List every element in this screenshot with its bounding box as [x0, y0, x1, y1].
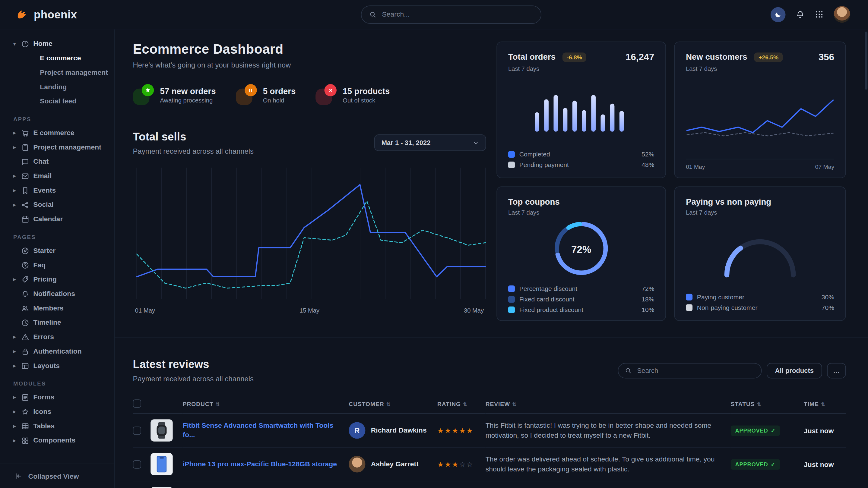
sidebar-subitem-landing[interactable]: Landing	[0, 79, 114, 94]
page-title: Ecommerce Dashboard	[133, 42, 486, 57]
sidebar-item-social[interactable]: ▸Social	[0, 197, 114, 212]
bookmark-icon	[21, 186, 33, 195]
sidebar-item-events[interactable]: ▸Events	[0, 183, 114, 198]
caret-right-icon: ▸	[13, 144, 21, 150]
collapse-view-button[interactable]: Collapsed View	[0, 464, 114, 488]
new-customers-value: 356	[818, 52, 834, 63]
sidebar-item-label: Social	[33, 201, 54, 208]
legend-row: Pending payment48%	[508, 159, 654, 170]
search-icon	[625, 367, 631, 374]
sidebar-item-timeline[interactable]: Timeline	[0, 315, 114, 330]
sidebar-item-chat[interactable]: Chat	[0, 154, 114, 169]
customer-cell[interactable]: RRichard Dawkins	[349, 422, 437, 438]
row-checkbox[interactable]	[133, 460, 142, 468]
top-coupons-legend: Percentage discount72%Fixed card discoun…	[508, 283, 654, 315]
sidebar-item-e-commerce[interactable]: ▸E commerce	[0, 126, 114, 140]
column-header-time[interactable]: TIME⇅	[804, 395, 846, 414]
card-top-coupons: Top coupons Last 7 days 72% Percentage d…	[496, 187, 666, 321]
product-thumbnail[interactable]	[151, 453, 173, 475]
legend-row: Non-paying customer70%	[686, 302, 834, 313]
stat-caption: Awating processing	[160, 96, 216, 103]
column-header-customer[interactable]: CUSTOMER⇅	[349, 395, 437, 414]
legend-swatch	[508, 306, 515, 313]
bell-icon	[21, 290, 33, 298]
sidebar-section-label: APPS	[13, 116, 114, 122]
sidebar-item-tables[interactable]: ▸Tables	[0, 419, 114, 433]
legend-swatch	[686, 294, 692, 300]
table-icon	[21, 422, 33, 430]
total-orders-svg	[533, 86, 629, 135]
legend-label: Completed	[519, 151, 550, 157]
table-header-row: PRODUCT⇅CUSTOMER⇅RATING⇅REVIEW⇅STATUS⇅TI…	[133, 395, 846, 414]
sidebar-item-home[interactable]: ▾Home	[0, 36, 114, 51]
column-header-review[interactable]: REVIEW⇅	[486, 395, 731, 414]
legend-label: Fixed product discount	[519, 306, 583, 313]
card-period: Last 7 days	[508, 209, 654, 216]
sidebar-item-members[interactable]: Members	[0, 301, 114, 315]
sidebar-subitem-project-management[interactable]: Project management	[0, 65, 114, 80]
form-icon	[21, 393, 33, 401]
scrollbar-thumb[interactable]	[865, 32, 867, 90]
reviews-title: Latest reviews	[133, 358, 254, 371]
brand[interactable]: phoenix	[16, 8, 77, 21]
stat-57-new-orders: 57 new ordersAwating processing	[133, 84, 216, 105]
product-link[interactable]: Fitbit Sense Advanced Smartwatch with To…	[183, 421, 349, 440]
column-header-status[interactable]: STATUS⇅	[731, 395, 804, 414]
sidebar-item-layouts[interactable]: ▸Layouts	[0, 358, 114, 373]
global-search-input[interactable]	[381, 10, 533, 19]
legend-row: Completed52%	[508, 149, 654, 159]
stat-value: 57 new orders	[160, 86, 216, 95]
sidebar-item-components[interactable]: ▸Components	[0, 433, 114, 448]
sidebar-subitem-e-commerce[interactable]: E commerce	[0, 51, 114, 65]
product-link[interactable]: iPhone 13 pro max-Pacific Blue-128GB sto…	[183, 459, 349, 469]
select-all-checkbox[interactable]	[133, 399, 142, 408]
sidebar-item-label: Project management	[33, 143, 101, 151]
sidebar-item-label: Errors	[33, 333, 54, 341]
cart-icon	[21, 129, 33, 137]
sidebar-subitem-social-feed[interactable]: Social feed	[0, 94, 114, 108]
status-badge: APPROVED ✓	[731, 425, 780, 436]
donut-center-label: 72%	[571, 244, 591, 256]
theme-toggle-button[interactable]	[771, 7, 786, 22]
sidebar-item-pricing[interactable]: ▸Pricing	[0, 272, 114, 287]
product-thumbnail[interactable]	[151, 419, 173, 441]
sidebar-item-faq[interactable]: Faq	[0, 258, 114, 272]
sidebar-item-starter[interactable]: Starter	[0, 243, 114, 258]
sidebar-item-label: Timeline	[33, 319, 61, 326]
customer-avatar	[349, 456, 365, 472]
sort-icon: ⇅	[821, 401, 826, 407]
column-header-rating[interactable]: RATING⇅	[437, 395, 486, 414]
sidebar-item-email[interactable]: ▸Email	[0, 169, 114, 183]
sidebar-item-authentication[interactable]: ▸Authentication	[0, 344, 114, 359]
date-range-select[interactable]: Mar 1 - 31, 2022	[374, 134, 486, 151]
customer-cell[interactable]: Ashley Garrett	[349, 456, 437, 472]
page-subtitle: Here's what's going on at your business …	[133, 61, 486, 69]
notifications-button[interactable]	[796, 10, 805, 19]
sidebar-item-notifications[interactable]: Notifications	[0, 287, 114, 301]
all-products-filter-button[interactable]: All products	[767, 363, 822, 378]
sidebar-item-label: Notifications	[33, 290, 75, 298]
global-search[interactable]	[361, 5, 541, 24]
more-options-button[interactable]: …	[827, 363, 846, 378]
x-tick: 07 May	[815, 163, 834, 170]
dashboard-left-column: Ecommerce Dashboard Here's what's going …	[133, 42, 486, 321]
sidebar-item-forms[interactable]: ▸Forms	[0, 390, 114, 404]
sidebar-item-label: Pricing	[33, 275, 57, 283]
sidebar-item-errors[interactable]: ▸Errors	[0, 330, 114, 344]
sidebar-item-project-management[interactable]: ▸Project management	[0, 140, 114, 154]
apps-grid-button[interactable]	[815, 10, 824, 19]
column-header-product[interactable]: PRODUCT⇅	[151, 395, 349, 414]
caret-right-icon: ▸	[13, 334, 21, 340]
layout-icon	[21, 361, 33, 370]
paying-gauge-chart	[686, 218, 834, 289]
reviews-search[interactable]	[618, 363, 762, 378]
user-avatar[interactable]	[834, 6, 850, 23]
sidebar-item-calendar[interactable]: Calendar	[0, 212, 114, 226]
row-checkbox[interactable]	[133, 426, 142, 435]
reviews-search-input[interactable]	[636, 366, 754, 375]
clock-icon	[21, 318, 33, 327]
sidebar-item-icons[interactable]: ▸Icons	[0, 404, 114, 419]
product-thumbnail[interactable]	[151, 487, 173, 488]
table-row: Fitbit Sense Advanced Smartwatch with To…	[133, 414, 846, 447]
lock-icon	[21, 347, 33, 356]
